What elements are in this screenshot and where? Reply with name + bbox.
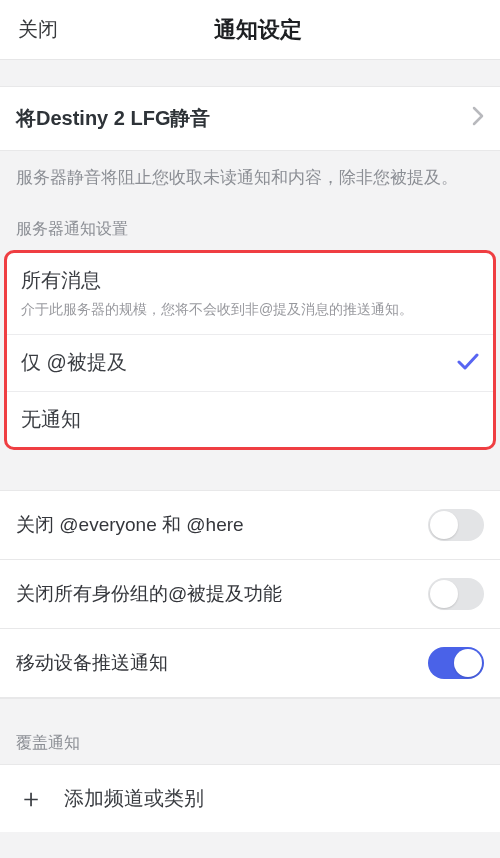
toggle-knob [454, 649, 482, 677]
override-section-label: 覆盖通知 [0, 699, 500, 764]
option-only-mentions[interactable]: 仅 @被提及 [7, 335, 493, 392]
toggle-label: 移动设备推送通知 [16, 650, 428, 676]
toggle-group: 关闭 @everyone 和 @here 关闭所有身份组的@被提及功能 移动设备… [0, 490, 500, 699]
toggle-switch[interactable] [428, 647, 484, 679]
add-channel-override-row[interactable]: ＋ 添加频道或类别 [0, 764, 500, 832]
option-label-text: 所有消息 [21, 269, 101, 291]
suppress-roles-row[interactable]: 关闭所有身份组的@被提及功能 [0, 560, 500, 629]
spacer [0, 450, 500, 490]
toggle-knob [430, 511, 458, 539]
option-label: 仅 @被提及 [21, 349, 457, 376]
toggle-label: 关闭所有身份组的@被提及功能 [16, 581, 428, 607]
toggle-switch[interactable] [428, 578, 484, 610]
option-all-messages[interactable]: 所有消息 介于此服务器的规模，您将不会收到非@提及消息的推送通知。 [7, 253, 493, 335]
option-nothing[interactable]: 无通知 [7, 392, 493, 447]
mute-server-description: 服务器静音将阻止您收取未读通知和内容，除非您被提及。 [0, 151, 500, 191]
spacer [0, 60, 500, 86]
toggle-switch[interactable] [428, 509, 484, 541]
mute-server-label: 将Destiny 2 LFG静音 [16, 105, 472, 132]
mute-server-row[interactable]: 将Destiny 2 LFG静音 [0, 86, 500, 151]
header-bar: 关闭 通知设定 [0, 0, 500, 60]
suppress-everyone-row[interactable]: 关闭 @everyone 和 @here [0, 491, 500, 560]
checkmark-icon [457, 349, 479, 377]
mobile-push-row[interactable]: 移动设备推送通知 [0, 629, 500, 698]
chevron-right-icon [472, 106, 484, 132]
option-label: 所有消息 介于此服务器的规模，您将不会收到非@提及消息的推送通知。 [21, 267, 479, 320]
server-notif-section-label: 服务器通知设置 [0, 191, 500, 250]
page-title: 通知设定 [76, 15, 500, 45]
notification-level-group: 所有消息 介于此服务器的规模，您将不会收到非@提及消息的推送通知。 仅 @被提及… [4, 250, 496, 450]
option-label: 无通知 [21, 406, 479, 433]
option-sub-text: 介于此服务器的规模，您将不会收到非@提及消息的推送通知。 [21, 300, 479, 320]
toggle-knob [430, 580, 458, 608]
plus-icon: ＋ [18, 785, 44, 811]
toggle-label: 关闭 @everyone 和 @here [16, 512, 428, 538]
add-channel-label: 添加频道或类别 [64, 785, 204, 812]
close-button[interactable]: 关闭 [0, 16, 76, 43]
